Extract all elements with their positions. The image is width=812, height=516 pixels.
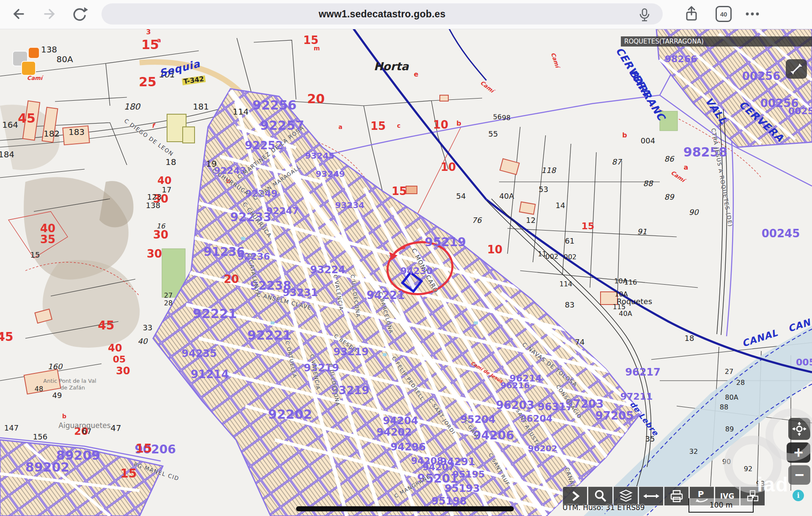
map-label: 53 bbox=[539, 186, 549, 193]
map-label: 20 bbox=[307, 93, 325, 105]
url-text: www1.sedecatastro.gob.es bbox=[318, 8, 445, 20]
map-label: 05 bbox=[113, 355, 126, 364]
map-label: 90 bbox=[722, 458, 731, 465]
expand-icon bbox=[789, 62, 804, 76]
zoom-out-button[interactable]: − bbox=[788, 465, 810, 485]
map-label: 91214 bbox=[191, 369, 229, 380]
toolbar-print-button[interactable] bbox=[664, 486, 689, 506]
map-label: b bbox=[622, 132, 627, 139]
share-button[interactable] bbox=[682, 4, 701, 24]
map-label: m bbox=[314, 45, 320, 51]
map-label: 30 bbox=[153, 229, 168, 240]
map-label: 40 bbox=[108, 343, 122, 353]
back-button[interactable] bbox=[8, 4, 28, 24]
map-label: 184 bbox=[0, 150, 14, 159]
map-label: 92 bbox=[744, 466, 752, 472]
map-label: 95219 bbox=[425, 236, 466, 248]
map-label: 20 bbox=[224, 274, 239, 285]
plus-icon: + bbox=[794, 444, 803, 462]
map-label: 18 bbox=[685, 335, 694, 342]
menu-button[interactable] bbox=[743, 4, 762, 24]
map-label: 15 bbox=[582, 222, 595, 231]
map-label: 15 bbox=[370, 121, 386, 132]
forward-button[interactable] bbox=[40, 4, 60, 24]
map-label: 004 bbox=[641, 137, 655, 145]
iad-logo-amber-square bbox=[21, 61, 36, 76]
map-label: 28 bbox=[164, 300, 173, 307]
microphone-icon[interactable] bbox=[638, 7, 651, 22]
map-label: 96203 bbox=[496, 400, 534, 411]
map-label: 19 bbox=[206, 159, 217, 168]
map-label: 33 bbox=[143, 324, 153, 332]
map-label: 74 bbox=[575, 338, 585, 346]
map-label: a bbox=[684, 164, 689, 171]
map-label: 183 bbox=[69, 128, 85, 136]
url-bar[interactable]: www1.sedecatastro.gob.es bbox=[102, 3, 663, 25]
map-label: 92221 bbox=[193, 307, 237, 320]
map-label: 15 bbox=[141, 38, 159, 51]
zoom-in-button[interactable]: + bbox=[787, 442, 810, 463]
map-label: 92202 bbox=[268, 408, 312, 421]
map-label: c bbox=[397, 123, 401, 129]
map-label: 95193 bbox=[444, 483, 480, 494]
map-label: 94204 bbox=[383, 416, 418, 426]
map-label: 93249 bbox=[315, 170, 345, 178]
reload-button[interactable] bbox=[70, 4, 89, 24]
reload-icon bbox=[70, 5, 89, 23]
map-label: a bbox=[157, 37, 161, 43]
map-label: 002 bbox=[564, 254, 577, 261]
map-label: f bbox=[152, 123, 154, 129]
map-label: 15 bbox=[30, 251, 40, 259]
map-label: 94291 bbox=[440, 457, 475, 467]
fullscreen-button[interactable] bbox=[786, 59, 807, 79]
map-label: 181 bbox=[193, 102, 209, 111]
map-label: 00245 bbox=[762, 228, 800, 239]
tabs-button[interactable]: 40 bbox=[714, 4, 733, 24]
map-label: 45 bbox=[18, 112, 36, 125]
map-label: 40 bbox=[157, 176, 171, 186]
map-label: 83 bbox=[565, 301, 575, 309]
map-label: 00257 bbox=[788, 107, 812, 116]
map-label: 80A bbox=[56, 55, 73, 63]
map-label: 61 bbox=[565, 237, 575, 245]
map-label: 89 bbox=[725, 426, 734, 433]
map-label: 138 bbox=[146, 202, 160, 209]
map-label: 94235 bbox=[181, 349, 217, 359]
map-label: 116 bbox=[624, 279, 637, 286]
map-label: b bbox=[456, 120, 461, 127]
measure-distance-icon bbox=[640, 487, 663, 505]
share-icon bbox=[682, 5, 701, 23]
printer-icon bbox=[665, 487, 688, 505]
watermark-info-icon[interactable]: i bbox=[793, 490, 804, 501]
map-label: 182 bbox=[44, 129, 60, 138]
map-label: 87 bbox=[612, 158, 622, 166]
map-label: Aiguaroquetes bbox=[58, 422, 110, 429]
map-label: 3 bbox=[146, 29, 151, 36]
map-label: 160 bbox=[48, 363, 62, 371]
crosshair-icon bbox=[792, 422, 807, 436]
map-label: 94221 bbox=[367, 290, 405, 301]
map-label: 96217 bbox=[625, 367, 661, 377]
minus-icon: − bbox=[795, 466, 804, 484]
map-label: 89 bbox=[664, 193, 674, 201]
map-label: Camí bbox=[27, 75, 42, 81]
map-label: 30 bbox=[116, 366, 130, 376]
map-label: 92256 bbox=[252, 99, 296, 112]
map-label: 97211 bbox=[620, 392, 653, 401]
map-label: 93224 bbox=[310, 265, 346, 275]
map-label: 45 bbox=[98, 320, 115, 332]
map-label: 147 bbox=[4, 424, 19, 432]
map-label: 95195 bbox=[453, 470, 485, 479]
map-label: 00256 bbox=[742, 71, 780, 82]
municipality-label: ROQUETES(TARRAGONA) bbox=[621, 36, 812, 47]
tab-count: 40 bbox=[716, 6, 732, 22]
map-label: 88 bbox=[720, 404, 728, 411]
map-label: 86 bbox=[664, 155, 674, 163]
screenshot-root: 9225692257922529224392249922479324593249… bbox=[0, 0, 812, 516]
map-label: 98266 bbox=[665, 55, 697, 64]
map-label: 138 bbox=[41, 45, 57, 54]
locate-button[interactable] bbox=[788, 418, 810, 440]
map-label: 89202 bbox=[25, 461, 69, 474]
map-label: 12 bbox=[526, 217, 536, 224]
back-arrow-icon bbox=[9, 5, 27, 23]
